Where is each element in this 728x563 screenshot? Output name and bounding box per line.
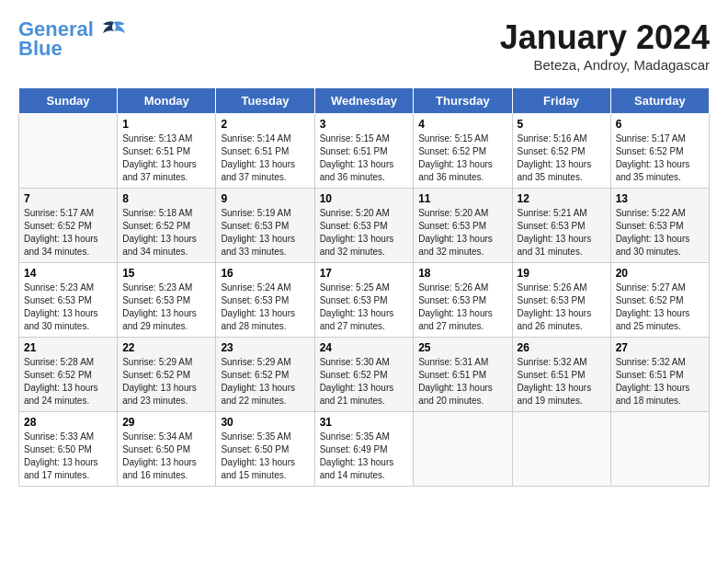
logo: General Blue [18,18,127,61]
calendar-cell: 7Sunrise: 5:17 AM Sunset: 6:52 PM Daylig… [19,189,118,263]
calendar-cell: 1Sunrise: 5:13 AM Sunset: 6:51 PM Daylig… [118,114,216,189]
day-number: 12 [518,192,606,205]
day-number: 28 [24,416,112,429]
day-info: Sunrise: 5:15 AM Sunset: 6:51 PM Dayligh… [320,132,409,184]
day-number: 14 [24,267,112,280]
day-info: Sunrise: 5:13 AM Sunset: 6:51 PM Dayligh… [122,132,210,184]
calendar-cell: 9Sunrise: 5:19 AM Sunset: 6:53 PM Daylig… [216,189,314,263]
day-number: 19 [518,267,606,280]
calendar-cell: 28Sunrise: 5:33 AM Sunset: 6:50 PM Dayli… [19,412,118,487]
day-number: 24 [320,341,409,354]
day-number: 30 [221,416,309,429]
day-info: Sunrise: 5:14 AM Sunset: 6:51 PM Dayligh… [221,132,309,184]
calendar-cell: 14Sunrise: 5:23 AM Sunset: 6:53 PM Dayli… [19,263,118,338]
day-info: Sunrise: 5:26 AM Sunset: 6:53 PM Dayligh… [418,282,506,333]
day-number: 1 [122,118,210,131]
day-number: 31 [320,416,409,429]
calendar-cell: 22Sunrise: 5:29 AM Sunset: 6:52 PM Dayli… [118,338,216,412]
day-number: 20 [616,267,704,280]
day-info: Sunrise: 5:17 AM Sunset: 6:52 PM Dayligh… [24,207,112,259]
day-info: Sunrise: 5:26 AM Sunset: 6:53 PM Dayligh… [518,282,606,333]
calendar-cell: 25Sunrise: 5:31 AM Sunset: 6:51 PM Dayli… [414,338,512,412]
location-subtitle: Beteza, Androy, Madagascar [500,57,710,73]
calendar-cell: 17Sunrise: 5:25 AM Sunset: 6:53 PM Dayli… [314,263,414,338]
day-info: Sunrise: 5:32 AM Sunset: 6:51 PM Dayligh… [518,356,606,408]
day-info: Sunrise: 5:25 AM Sunset: 6:53 PM Dayligh… [320,282,409,333]
calendar-cell: 19Sunrise: 5:26 AM Sunset: 6:53 PM Dayli… [512,263,610,338]
day-number: 10 [320,192,409,205]
calendar-cell: 20Sunrise: 5:27 AM Sunset: 6:52 PM Dayli… [610,263,709,338]
day-info: Sunrise: 5:21 AM Sunset: 6:53 PM Dayligh… [518,207,606,259]
calendar-cell: 18Sunrise: 5:26 AM Sunset: 6:53 PM Dayli… [414,263,512,338]
calendar-cell: 10Sunrise: 5:20 AM Sunset: 6:53 PM Dayli… [314,189,414,263]
calendar-cell: 26Sunrise: 5:32 AM Sunset: 6:51 PM Dayli… [512,338,610,412]
day-number: 26 [518,341,606,354]
weekday-header: Sunday [19,88,118,114]
calendar-cell: 15Sunrise: 5:23 AM Sunset: 6:53 PM Dayli… [118,263,216,338]
day-number: 8 [122,192,210,205]
day-number: 29 [122,416,210,429]
day-info: Sunrise: 5:35 AM Sunset: 6:49 PM Dayligh… [320,431,409,482]
day-number: 3 [320,118,409,131]
page-header: General Blue January 2024 Beteza, Androy… [18,18,710,73]
day-number: 21 [24,341,112,354]
calendar-cell: 27Sunrise: 5:32 AM Sunset: 6:51 PM Dayli… [610,338,709,412]
calendar-cell [414,412,512,487]
day-info: Sunrise: 5:17 AM Sunset: 6:52 PM Dayligh… [616,132,704,184]
day-info: Sunrise: 5:35 AM Sunset: 6:50 PM Dayligh… [221,431,309,482]
day-number: 17 [320,267,409,280]
weekday-header: Tuesday [216,88,314,114]
calendar-cell: 3Sunrise: 5:15 AM Sunset: 6:51 PM Daylig… [314,114,414,189]
day-info: Sunrise: 5:20 AM Sunset: 6:53 PM Dayligh… [320,207,409,259]
calendar-cell: 31Sunrise: 5:35 AM Sunset: 6:49 PM Dayli… [314,412,414,487]
weekday-header: Saturday [610,88,709,114]
day-info: Sunrise: 5:34 AM Sunset: 6:50 PM Dayligh… [122,431,210,482]
day-number: 6 [616,118,704,131]
day-number: 27 [616,341,704,354]
day-number: 4 [418,118,506,131]
calendar-cell: 23Sunrise: 5:29 AM Sunset: 6:52 PM Dayli… [216,338,314,412]
header-row: SundayMondayTuesdayWednesdayThursdayFrid… [19,88,710,114]
calendar-week-row: 21Sunrise: 5:28 AM Sunset: 6:52 PM Dayli… [19,338,710,412]
day-number: 5 [518,118,606,131]
calendar-cell [512,412,610,487]
day-number: 15 [122,267,210,280]
weekday-header: Thursday [414,88,512,114]
day-info: Sunrise: 5:29 AM Sunset: 6:52 PM Dayligh… [122,356,210,408]
day-info: Sunrise: 5:22 AM Sunset: 6:53 PM Dayligh… [616,207,704,259]
calendar-week-row: 1Sunrise: 5:13 AM Sunset: 6:51 PM Daylig… [19,114,710,189]
month-title: January 2024 [500,18,710,57]
calendar-cell: 29Sunrise: 5:34 AM Sunset: 6:50 PM Dayli… [118,412,216,487]
calendar-cell: 16Sunrise: 5:24 AM Sunset: 6:53 PM Dayli… [216,263,314,338]
day-info: Sunrise: 5:23 AM Sunset: 6:53 PM Dayligh… [122,282,210,333]
day-info: Sunrise: 5:19 AM Sunset: 6:53 PM Dayligh… [221,207,309,259]
day-number: 25 [418,341,506,354]
day-info: Sunrise: 5:29 AM Sunset: 6:52 PM Dayligh… [221,356,309,408]
weekday-header: Friday [512,88,610,114]
calendar-cell: 2Sunrise: 5:14 AM Sunset: 6:51 PM Daylig… [216,114,314,189]
day-info: Sunrise: 5:24 AM Sunset: 6:53 PM Dayligh… [221,282,309,333]
day-number: 13 [616,192,704,205]
calendar-cell: 6Sunrise: 5:17 AM Sunset: 6:52 PM Daylig… [610,114,709,189]
day-info: Sunrise: 5:20 AM Sunset: 6:53 PM Dayligh… [418,207,506,259]
day-info: Sunrise: 5:18 AM Sunset: 6:52 PM Dayligh… [122,207,210,259]
calendar-cell: 12Sunrise: 5:21 AM Sunset: 6:53 PM Dayli… [512,189,610,263]
day-number: 9 [221,192,309,205]
day-number: 16 [221,267,309,280]
calendar-table: SundayMondayTuesdayWednesdayThursdayFrid… [18,87,710,487]
day-number: 2 [221,118,309,131]
day-number: 11 [418,192,506,205]
day-number: 18 [418,267,506,280]
day-number: 22 [122,341,210,354]
day-number: 23 [221,341,309,354]
calendar-week-row: 14Sunrise: 5:23 AM Sunset: 6:53 PM Dayli… [19,263,710,338]
calendar-week-row: 28Sunrise: 5:33 AM Sunset: 6:50 PM Dayli… [19,412,710,487]
calendar-cell: 30Sunrise: 5:35 AM Sunset: 6:50 PM Dayli… [216,412,314,487]
calendar-cell: 11Sunrise: 5:20 AM Sunset: 6:53 PM Dayli… [414,189,512,263]
day-info: Sunrise: 5:16 AM Sunset: 6:52 PM Dayligh… [518,132,606,184]
calendar-cell [19,114,118,189]
day-info: Sunrise: 5:30 AM Sunset: 6:52 PM Dayligh… [320,356,409,408]
day-info: Sunrise: 5:15 AM Sunset: 6:52 PM Dayligh… [418,132,506,184]
calendar-week-row: 7Sunrise: 5:17 AM Sunset: 6:52 PM Daylig… [19,189,710,263]
calendar-cell [610,412,709,487]
